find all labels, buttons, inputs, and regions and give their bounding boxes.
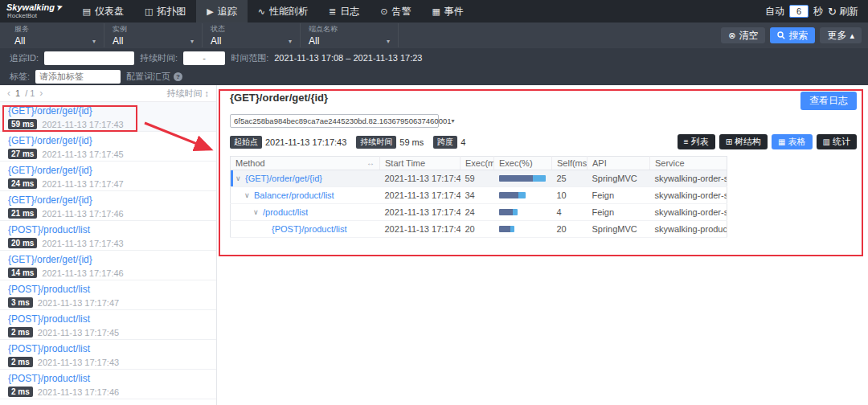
trace-endpoint-name: {GET}/order/get/{id}: [8, 105, 208, 117]
time-range-value[interactable]: 2021-11-13 17:08 – 2021-11-13 17:23: [274, 53, 422, 63]
span-row[interactable]: ∨ /product/list 2021-11-13 17:17:43 24 4…: [231, 204, 727, 221]
badge-value: 2021-11-13 17:17:43: [265, 137, 346, 147]
trace-list-item[interactable]: {POST}/product/list 2 ms 2021-11-13 17:1…: [0, 310, 216, 340]
span-service[interactable]: skywalking-order-serv...: [650, 204, 727, 221]
nav-item-label: 事件: [444, 5, 464, 18]
trace-meta-badge: 起始点 2021-11-13 17:17:43: [230, 136, 346, 149]
filter-select[interactable]: 状态 All ▾: [203, 23, 301, 47]
span-exec-pct-cell: [494, 170, 552, 187]
main-content: ‹ 1 / 1 › 持续时间 ↕ {GET}/order/get/{id} 59…: [0, 85, 868, 405]
refresh-icon: ↻: [828, 6, 837, 18]
view-mode-label: 树结构: [735, 136, 761, 148]
view-mode-button[interactable]: ≡ 列表: [678, 134, 715, 149]
refresh-button[interactable]: ↻ 刷新: [828, 5, 858, 18]
nav-item[interactable]: ▤ 仪表盘: [72, 0, 133, 22]
tag-input[interactable]: [35, 70, 121, 84]
app-logo[interactable]: Skywalking ➤ RocketBot: [0, 0, 72, 22]
chevron-down-icon: ▾: [92, 38, 96, 45]
auto-refresh-controls: 自动 秒 ↻ 刷新: [765, 0, 868, 22]
span-service[interactable]: skywalking-order-serv...: [650, 187, 727, 204]
trace-endpoint-name: {GET}/order/get/{id}: [8, 165, 208, 176]
trace-meta-badge: 跨度 4: [433, 136, 465, 149]
trace-endpoint-name: {GET}/order/get/{id}: [8, 254, 208, 265]
trace-list-item[interactable]: {GET}/order/get/{id} 14 ms 2021-11-13 17…: [0, 251, 216, 280]
nav-item[interactable]: ≣ 日志: [318, 0, 370, 22]
span-service[interactable]: skywalking-order-serv...: [650, 170, 727, 187]
trace-id-select[interactable]: 6f5ac258ba984bec89ca7ae2445230bd.82.1636…: [230, 114, 439, 128]
skywalking-trace-page: Skywalking ➤ RocketBot ▤ 仪表盘 ◫ 拓扑图 ▶ 追踪: [0, 0, 868, 405]
trace-duration-badge: 21 ms: [8, 208, 37, 219]
main-nav: ▤ 仪表盘 ◫ 拓扑图 ▶ 追踪 ∿ 性能剖析: [72, 0, 473, 22]
filter-select[interactable]: 端点名称 All ▾: [301, 23, 399, 47]
search-icon: [777, 31, 785, 39]
view-mode-button[interactable]: ▦ 表格: [772, 134, 812, 149]
badge-label: 起始点: [230, 136, 262, 149]
exec-percent-bar: [499, 192, 526, 198]
nav-item[interactable]: ⊙ 告警: [370, 0, 421, 22]
column-resize-icon[interactable]: ↔: [366, 158, 375, 167]
time-range-label: 时间范围:: [231, 52, 268, 64]
collapse-icon[interactable]: ∨: [235, 174, 245, 182]
span-self-ms: 4: [552, 204, 588, 221]
refresh-label: 刷新: [839, 5, 858, 18]
auto-refresh-interval-input[interactable]: [789, 5, 809, 18]
view-logs-button[interactable]: 查看日志: [800, 92, 857, 110]
more-button[interactable]: 更多 ▴: [820, 27, 862, 43]
view-mode-label: 统计: [833, 136, 850, 148]
filter-select[interactable]: 服务 All ▾: [6, 23, 104, 47]
trace-list-items: {GET}/order/get/{id} 59 ms 2021-11-13 17…: [0, 102, 216, 405]
trace-list-item[interactable]: {GET}/order/get/{id} 24 ms 2021-11-13 17…: [0, 162, 216, 191]
duration-input[interactable]: [183, 51, 225, 65]
trace-timestamp: 2021-11-13 17:17:46: [42, 209, 123, 219]
nav-item[interactable]: ▦ 事件: [421, 0, 473, 22]
next-page-button[interactable]: ›: [39, 88, 43, 99]
collapse-icon[interactable]: ∨: [244, 191, 254, 199]
prev-page-button[interactable]: ‹: [7, 88, 10, 99]
chevron-up-icon: ▴: [850, 31, 854, 40]
trace-id-input[interactable]: [44, 51, 134, 65]
trace-list-item[interactable]: {POST}/product/list 2 ms 2021-11-13 17:1…: [0, 370, 216, 399]
filter-select-label: 端点名称: [309, 24, 390, 35]
trace-endpoint-name: {GET}/order/get/{id}: [8, 194, 208, 206]
exec-percent-bar: [499, 226, 515, 232]
view-mode-icon: ⊞: [726, 137, 732, 146]
nav-item[interactable]: ◫ 拓扑图: [134, 0, 196, 22]
trace-id-value: 6f5ac258ba984bec89ca7ae2445230bd.82.1636…: [234, 117, 452, 125]
span-row[interactable]: ∨ Balancer/product/list 2021-11-13 17:17…: [231, 187, 727, 204]
span-start-time: 2021-11-13 17:17:43: [380, 187, 461, 204]
span-exec-ms: 34: [461, 187, 494, 204]
view-mode-button[interactable]: ▥ 统计: [817, 134, 857, 149]
pagination: ‹ 1 / 1 ›: [7, 88, 43, 99]
trace-list-item[interactable]: {POST}/product/list 3 ms 2021-11-13 17:1…: [0, 280, 216, 310]
nav-item[interactable]: ▶ 追踪: [196, 0, 247, 22]
trace-list-item[interactable]: {GET}/order/get/{id} 21 ms 2021-11-13 17…: [0, 191, 216, 221]
trace-duration-badge: 2 ms: [8, 387, 33, 397]
trace-timestamp: 2021-11-13 17:17:47: [42, 179, 123, 189]
span-self-ms: 20: [552, 221, 588, 238]
span-service[interactable]: skywalking-product-s...: [650, 221, 727, 238]
tag-help[interactable]: 配置词汇页 ?: [126, 71, 182, 83]
span-row[interactable]: {POST}/product/list 2021-11-13 17:17:43 …: [231, 221, 727, 238]
search-button[interactable]: 搜索: [770, 27, 815, 43]
sort-by-duration[interactable]: 持续时间 ↕: [167, 88, 210, 100]
view-mode-label: 表格: [788, 136, 806, 148]
trace-timestamp: 2021-11-13 17:17:47: [38, 298, 119, 308]
view-mode-icon: ≡: [684, 137, 689, 146]
badge-value: 4: [461, 137, 465, 147]
nav-item-label: 追踪: [218, 5, 237, 18]
col-header-api: API: [588, 157, 650, 170]
chevron-down-icon: ▾: [387, 38, 390, 45]
nav-item[interactable]: ∿ 性能剖析: [248, 0, 318, 22]
trace-list-item[interactable]: {POST}/product/list 20 ms 2021-11-13 17:…: [0, 221, 216, 251]
filter-select[interactable]: 实例 All ▾: [104, 23, 203, 47]
trace-list-item[interactable]: {POST}/product/list 2 ms 2021-11-13 17:1…: [0, 340, 216, 370]
nav-item-icon: ◫: [145, 6, 153, 17]
span-row[interactable]: ∨ {GET}/order/get/{id} 2021-11-13 17:17:…: [231, 170, 727, 187]
view-mode-button[interactable]: ⊞ 树结构: [719, 134, 768, 149]
view-mode-label: 列表: [691, 136, 709, 148]
trace-list-item[interactable]: {GET}/order/get/{id} 59 ms 2021-11-13 17…: [0, 102, 216, 132]
clear-button[interactable]: ⊗ 清空: [721, 27, 765, 43]
trace-list-item[interactable]: {GET}/order/get/{id} 27 ms 2021-11-13 17…: [0, 132, 216, 162]
auto-unit-label: 秒: [813, 5, 823, 18]
collapse-icon[interactable]: ∨: [253, 208, 263, 216]
